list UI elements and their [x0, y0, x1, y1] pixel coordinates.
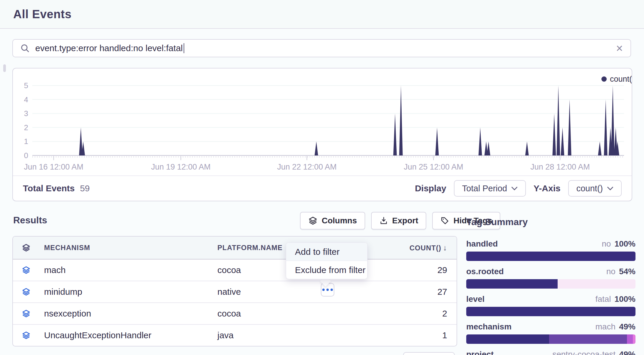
cell-platform[interactable]: cocoa [217, 309, 385, 319]
tag-top-value: sentry-cocoa-test [552, 350, 616, 355]
display-dropdown-value: Total Period [462, 184, 507, 193]
column-header-count[interactable]: COUNT()↓ [385, 243, 457, 252]
tag-name: handled [466, 239, 498, 249]
tag-distribution-bar[interactable] [466, 279, 635, 289]
menu-item-add-to-filter[interactable]: Add to filter [286, 243, 367, 261]
tag-bar-segment[interactable] [466, 252, 635, 261]
export-button-label: Export [392, 216, 418, 225]
menu-item-exclude-from-filter[interactable]: Exclude from filter [286, 261, 367, 279]
events-chart[interactable]: 012345Jun 16 12:00 AMJun 19 12:00 AMJun … [13, 68, 632, 177]
legend-dot [601, 76, 607, 82]
tag-top-percent: 49% [619, 322, 635, 331]
y-axis-tick-label: 3 [24, 109, 28, 118]
tag-bar-segment[interactable] [466, 279, 558, 289]
tag-top-value: no [602, 239, 611, 249]
all-events-page: All Events event.type:error handled:no l… [0, 0, 644, 355]
tag-bar-segment[interactable] [549, 334, 627, 344]
tag-bar-segment[interactable] [466, 307, 635, 316]
yaxis-label: Y-Axis [534, 183, 561, 193]
stack-icon [13, 266, 41, 274]
cell-mechanism[interactable]: nsexception [41, 309, 217, 319]
dot [326, 289, 329, 291]
tag-top-percent: 100% [614, 239, 635, 249]
cell-count: 27 [385, 287, 457, 297]
tag-summary-item-level: levelfatal100% [466, 294, 635, 316]
cell-count: 1 [385, 330, 457, 340]
chart-spike [556, 86, 560, 155]
yaxis-dropdown-value: count() [576, 184, 603, 193]
tag-summary-title: Tag Summary [466, 217, 635, 227]
display-label: Display [415, 183, 446, 193]
chevron-down-icon [511, 186, 518, 190]
tag-summary-item-mechanism: mechanismmach49% [466, 322, 635, 344]
tag-label-row: mechanismmach49% [466, 322, 635, 331]
search-input[interactable]: event.type:error handled:no level:fatal [35, 43, 183, 53]
results-table: MECHANISM PLATFORM.NAME COUNT()↓ machcoc… [12, 236, 457, 346]
y-axis-tick-label: 0 [24, 151, 28, 160]
table-row[interactable]: machcocoa29 [13, 259, 457, 281]
tag-distribution-bar[interactable] [466, 334, 635, 344]
stack-icon [13, 331, 41, 340]
cell-mechanism[interactable]: mach [41, 265, 217, 275]
total-events-value: 59 [80, 183, 90, 193]
chart-spike [315, 141, 318, 155]
page-title: All Events [13, 8, 71, 21]
y-axis-tick-label: 2 [24, 123, 28, 132]
tag-top-percent: 49% [619, 350, 635, 355]
total-events-label: Total Events [23, 183, 75, 193]
tag-top-percent: 54% [619, 267, 635, 276]
table-row[interactable]: UncaughtExceptionHandlerjava1 [13, 324, 457, 346]
x-axis-tick-label: Jun 22 12:00 AM [277, 163, 337, 171]
tag-summary-item-project: projectsentry-cocoa-test49% [466, 350, 635, 355]
tag-summary-item-handled: handledno100% [466, 239, 635, 261]
tag-label-row: handledno100% [466, 239, 635, 249]
cell-mechanism[interactable]: UncaughtExceptionHandler [41, 330, 217, 340]
stack-icon [13, 243, 41, 252]
tag-bar-segment[interactable] [466, 334, 549, 344]
x-axis-tick-label: Jun 16 12:00 AM [24, 163, 83, 171]
table-row[interactable]: nsexceptioncocoa2 [13, 302, 457, 324]
column-header-mechanism[interactable]: MECHANISM [41, 244, 217, 252]
dot [331, 289, 333, 291]
table-row[interactable]: minidumpnative27 [13, 281, 457, 302]
tag-bar-segment[interactable] [633, 334, 635, 344]
tag-top-value: fatal [595, 294, 611, 304]
cell-count: 29 [385, 265, 457, 275]
tag-distribution-bar[interactable] [466, 307, 635, 316]
events-chart-svg: 012345Jun 16 12:00 AMJun 19 12:00 AMJun … [13, 68, 632, 177]
tag-bar-segment[interactable] [627, 334, 633, 344]
pagination-buttons[interactable] [403, 352, 455, 355]
export-button[interactable]: Export [371, 212, 427, 230]
tag-summary-list: handledno100%os.rootedno54%levelfatal100… [466, 239, 635, 355]
legend-label: count() [610, 75, 632, 83]
cell-actions-button[interactable] [321, 283, 334, 297]
table-body: machcocoa29minidumpnative27nsexceptionco… [13, 259, 457, 346]
x-axis-tick-label: Jun 19 12:00 AM [151, 163, 211, 171]
tag-top-value: no [606, 267, 616, 276]
tag-summary-panel: Tag Summary handledno100%os.rootedno54%l… [466, 217, 635, 355]
yaxis-dropdown[interactable]: count() [568, 180, 622, 197]
cell-platform[interactable]: native [217, 287, 385, 297]
tag-label-row: projectsentry-cocoa-test49% [466, 350, 635, 355]
tag-name: os.rooted [466, 267, 504, 276]
chart-footer: Total Events 59 Display Total Period Y-A… [13, 175, 632, 201]
search-bar[interactable]: event.type:error handled:no level:fatal … [12, 39, 631, 57]
columns-button[interactable]: Columns [300, 212, 365, 230]
clear-search-icon[interactable]: × [616, 42, 623, 54]
display-dropdown[interactable]: Total Period [454, 180, 526, 197]
cell-platform[interactable]: java [217, 330, 385, 340]
download-icon [379, 216, 388, 225]
tag-summary-item-os-rooted: os.rootedno54% [466, 267, 635, 289]
tag-label-row: levelfatal100% [466, 294, 635, 304]
chevron-down-icon [607, 186, 613, 190]
stack-icon [308, 216, 318, 225]
tag-bar-segment[interactable] [558, 279, 635, 289]
tag-name: level [466, 294, 484, 304]
columns-button-label: Columns [322, 216, 357, 225]
page-header: All Events [0, 0, 644, 29]
y-axis-tick-label: 5 [24, 81, 28, 90]
tag-distribution-bar[interactable] [466, 252, 635, 261]
chart-spike [611, 86, 615, 155]
cell-mechanism[interactable]: minidump [41, 287, 217, 297]
drag-handle[interactable] [3, 64, 6, 72]
